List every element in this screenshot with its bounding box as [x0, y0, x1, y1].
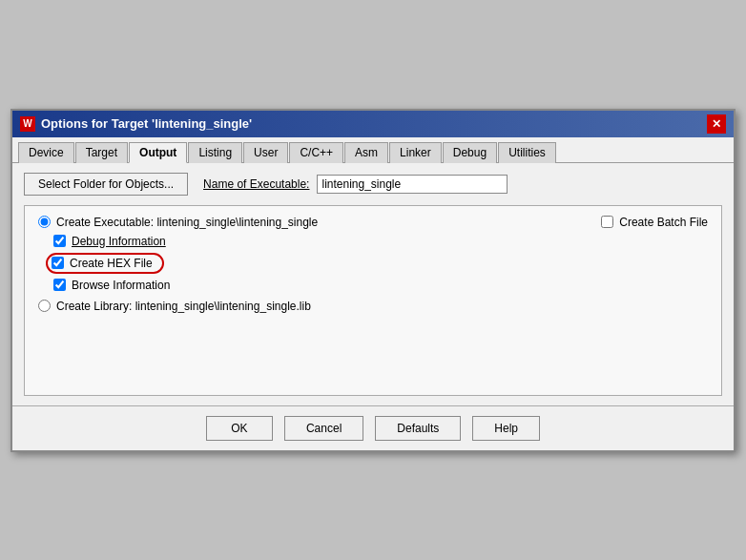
hex-highlight: Create HEX File [46, 253, 164, 274]
debug-info-checkbox[interactable] [53, 235, 66, 247]
dialog-title: Options for Target 'lintening_single' [41, 116, 252, 131]
exec-name-label: Name of Executable: [203, 177, 309, 191]
create-hex-row: Create HEX File [53, 253, 708, 274]
create-batch-area: Create Batch File [601, 216, 708, 229]
tabs-bar: Device Target Output Listing User C/C++ … [12, 137, 734, 163]
exec-name-row: Name of Executable: [203, 175, 722, 194]
top-row: Select Folder for Objects... Name of Exe… [24, 173, 722, 196]
tab-utilities[interactable]: Utilities [498, 142, 556, 163]
ok-button[interactable]: OK [206, 416, 273, 441]
exec-name-input[interactable] [317, 175, 508, 194]
debug-info-label: Debug Information [72, 235, 166, 248]
close-button[interactable]: ✕ [707, 114, 726, 134]
create-exe-label: Create Executable: lintening_single\lint… [56, 216, 318, 229]
debug-info-row: Debug Information [53, 235, 708, 248]
tab-target[interactable]: Target [75, 142, 128, 163]
create-lib-label: Create Library: lintening_single\linteni… [56, 300, 311, 313]
browse-info-row: Browse Information [53, 279, 708, 292]
tab-device[interactable]: Device [18, 142, 74, 163]
bottom-buttons: OK Cancel Defaults Help [12, 405, 734, 450]
create-hex-checkbox[interactable] [52, 257, 64, 269]
select-folder-button[interactable]: Select Folder for Objects... [24, 173, 188, 196]
title-bar: W Options for Target 'lintening_single' … [12, 111, 734, 137]
create-lib-row: Create Library: lintening_single\linteni… [38, 300, 708, 313]
content-area: Select Folder for Objects... Name of Exe… [12, 163, 734, 405]
tab-user[interactable]: User [243, 142, 288, 163]
tab-asm[interactable]: Asm [344, 142, 388, 163]
main-dialog: W Options for Target 'lintening_single' … [10, 109, 736, 452]
create-batch-checkbox[interactable] [601, 216, 613, 228]
create-batch-label: Create Batch File [619, 216, 708, 229]
tab-output[interactable]: Output [129, 142, 187, 163]
tab-cpp[interactable]: C/C++ [289, 142, 343, 163]
title-bar-left: W Options for Target 'lintening_single' [20, 116, 252, 132]
tab-linker[interactable]: Linker [389, 142, 442, 163]
browse-info-label: Browse Information [72, 279, 170, 292]
create-hex-label: Create HEX File [70, 257, 153, 270]
create-lib-radio[interactable] [38, 300, 51, 312]
tab-debug[interactable]: Debug [443, 142, 497, 163]
create-exe-radio[interactable] [38, 216, 51, 228]
cancel-button[interactable]: Cancel [284, 416, 363, 441]
options-box: Create Batch File Create Executable: lin… [24, 205, 722, 396]
help-button[interactable]: Help [472, 416, 540, 441]
app-icon: W [20, 116, 35, 132]
tab-listing[interactable]: Listing [188, 142, 242, 163]
browse-info-checkbox[interactable] [53, 279, 66, 291]
defaults-button[interactable]: Defaults [375, 416, 461, 441]
